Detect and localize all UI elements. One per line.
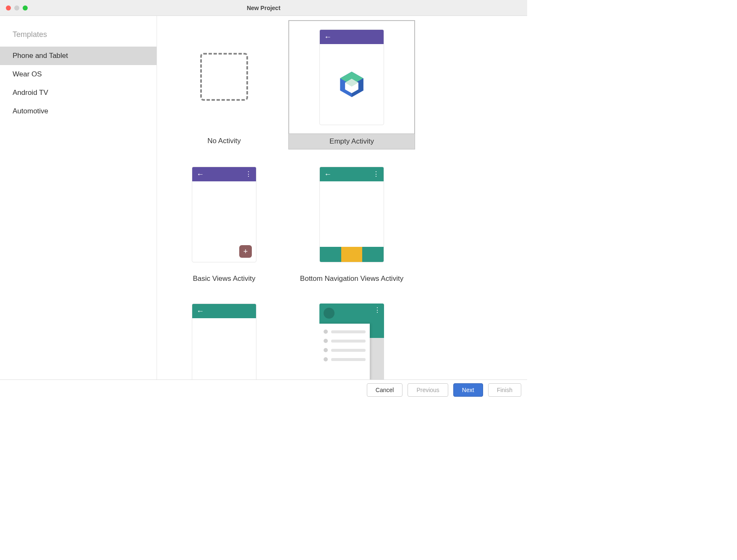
template-navigation-drawer-views-activity[interactable]: ⋮ + Navigation Drawer Views Activity (288, 295, 415, 379)
previous-button[interactable]: Previous (408, 383, 448, 397)
sidebar-item-automotive[interactable]: Automotive (0, 102, 157, 120)
phone-mock: ⋮ + (319, 304, 384, 379)
back-arrow-icon: ← (196, 170, 204, 178)
sidebar-item-wear-os[interactable]: Wear OS (0, 65, 157, 84)
back-arrow-icon: ← (324, 33, 332, 41)
navigation-drawer: + (319, 324, 370, 379)
overflow-menu-icon: ⋮ (374, 306, 381, 314)
template-thumbnail: ← ⋮ + (161, 158, 287, 271)
jetpack-compose-logo-icon (338, 71, 366, 98)
app-bar: ← ⋮ (192, 167, 256, 181)
sidebar-header: Templates (0, 30, 157, 47)
template-label: Basic Views Activity (193, 271, 256, 286)
window-title: New Project (0, 5, 527, 11)
template-empty-views-activity[interactable]: ← Empty Views Activity (161, 295, 287, 379)
template-thumbnail: ← (289, 21, 415, 134)
back-arrow-icon: ← (324, 170, 332, 178)
content-area: Templates Phone and Tablet Wear OS Andro… (0, 16, 527, 379)
fab-add-icon: + (239, 245, 252, 258)
template-no-activity[interactable]: No Activity (161, 20, 287, 149)
template-label: No Activity (207, 133, 240, 149)
phone-mock: ← (319, 29, 384, 125)
cancel-button[interactable]: Cancel (367, 383, 403, 397)
template-empty-activity[interactable]: ← (288, 20, 415, 149)
template-thumbnail: ← ⋮ (288, 158, 415, 271)
phone-mock: ← (192, 304, 256, 379)
wizard-footer: Cancel Previous Next Finish (0, 379, 527, 400)
template-bottom-navigation-views-activity[interactable]: ← ⋮ Bottom Navigation Views Activity (288, 158, 415, 286)
app-bar: ← ⋮ (320, 167, 384, 181)
sidebar: Templates Phone and Tablet Wear OS Andro… (0, 16, 157, 379)
sidebar-item-phone-and-tablet[interactable]: Phone and Tablet (0, 47, 157, 65)
template-thumbnail: ⋮ + (288, 295, 415, 379)
finish-button[interactable]: Finish (488, 383, 521, 397)
next-button[interactable]: Next (453, 383, 483, 397)
no-activity-placeholder-icon (200, 53, 248, 101)
back-arrow-icon: ← (196, 307, 204, 315)
template-thumbnail: ← (161, 295, 287, 379)
app-bar: ← (192, 304, 256, 318)
bottom-navigation-bar (320, 247, 384, 262)
overflow-menu-icon: ⋮ (245, 171, 252, 178)
titlebar: New Project (0, 0, 527, 16)
template-label: Bottom Navigation Views Activity (300, 271, 403, 286)
phone-mock: ← ⋮ (319, 167, 384, 262)
template-thumbnail (161, 20, 287, 133)
template-gallery: No Activity ← (157, 16, 527, 379)
overflow-menu-icon: ⋮ (373, 171, 379, 178)
template-label: Empty Activity (289, 134, 415, 149)
app-bar: ← (320, 30, 384, 44)
template-basic-views-activity[interactable]: ← ⋮ + Basic Views Activity (161, 158, 287, 286)
sidebar-item-android-tv[interactable]: Android TV (0, 84, 157, 102)
phone-mock: ← ⋮ + (192, 167, 256, 262)
